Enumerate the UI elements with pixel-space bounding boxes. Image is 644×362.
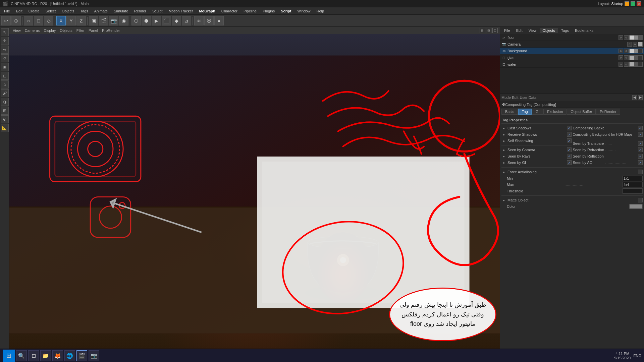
- menu-simulate[interactable]: Simulate: [111, 8, 131, 14]
- tool-rect[interactable]: □: [34, 16, 43, 25]
- seen-reflection-check[interactable]: [638, 154, 643, 159]
- tool-fill[interactable]: ⬛: [162, 16, 171, 25]
- obj-row-camera[interactable]: 📷 Camera ○ ○: [500, 41, 644, 48]
- vp-tab-view[interactable]: View: [11, 28, 22, 33]
- obj-row-background[interactable]: ▭ Background ○ ○: [500, 48, 644, 54]
- obj-row-glas[interactable]: ◻ glas ○ ○: [500, 54, 644, 61]
- tool-tri[interactable]: ⊿: [182, 16, 191, 25]
- prop-tab-perender[interactable]: PeRender: [596, 109, 620, 115]
- obj-row-floor[interactable]: ▱ floor ○ ○: [500, 34, 644, 41]
- obj-tab-tags[interactable]: Tags: [558, 28, 572, 33]
- tool-grid[interactable]: ▣: [89, 16, 98, 25]
- left-tool-paint[interactable]: 🖌: [1, 89, 9, 97]
- taskbar-c4d[interactable]: 🎬: [76, 350, 87, 361]
- self-shadowing-check[interactable]: [567, 138, 572, 143]
- menu-render[interactable]: Render: [131, 8, 149, 14]
- force-aa-check[interactable]: [638, 170, 643, 174]
- obj-render-camera[interactable]: ○: [633, 42, 637, 47]
- receive-shadows-check[interactable]: [567, 132, 572, 137]
- seen-refraction-check[interactable]: [638, 147, 643, 152]
- viewport-area[interactable]: طبق آموزش تا اینجا پیش رفتم ولی وقتی تیک…: [9, 34, 500, 355]
- tool-add[interactable]: ⊕: [11, 16, 21, 25]
- props-nav-fwd[interactable]: ▶: [638, 95, 643, 100]
- props-nav-back[interactable]: ◀: [632, 95, 637, 100]
- tool-wave[interactable]: ≋: [194, 16, 204, 25]
- comp-bg-check[interactable]: [638, 126, 643, 130]
- menu-edit[interactable]: Edit: [13, 8, 25, 14]
- menu-sculpt[interactable]: Sculpt: [150, 8, 165, 14]
- seen-rays-check[interactable]: [567, 154, 572, 159]
- tool-render-region[interactable]: 🎬: [99, 16, 108, 25]
- obj-render-background[interactable]: ○: [624, 49, 629, 53]
- tool-poly2[interactable]: ⬢: [142, 16, 151, 25]
- tool-move[interactable]: ◇: [44, 16, 53, 25]
- tool-y[interactable]: Y: [66, 16, 76, 25]
- comp-bg-hdr-check[interactable]: [638, 132, 643, 137]
- obj-tab-edit[interactable]: Edit: [514, 28, 525, 33]
- obj-tab-bookmarks[interactable]: Bookmarks: [572, 28, 596, 33]
- obj-visibility-water[interactable]: ○: [619, 62, 623, 67]
- menu-window[interactable]: Window: [294, 8, 313, 14]
- max-input[interactable]: [623, 182, 643, 187]
- left-tool-scale[interactable]: ⇔: [1, 46, 9, 54]
- minimize-button[interactable]: ─: [625, 1, 629, 6]
- vp-tab-display[interactable]: Display: [42, 28, 57, 33]
- left-tool-magnet[interactable]: ☯: [1, 115, 9, 123]
- obj-visibility-floor[interactable]: ○: [619, 35, 623, 40]
- tool-x[interactable]: X: [56, 16, 66, 25]
- close-button[interactable]: ✕: [637, 1, 641, 6]
- vp-tab-panel[interactable]: Panel: [87, 28, 99, 33]
- menu-file[interactable]: File: [1, 8, 13, 14]
- obj-visibility-background[interactable]: ○: [619, 49, 623, 53]
- vp-corner-btn-3[interactable]: ⊡: [492, 28, 498, 33]
- left-tool-select[interactable]: ↖: [1, 28, 9, 36]
- menu-character[interactable]: Character: [219, 8, 240, 14]
- left-tool-move[interactable]: ✛: [1, 37, 9, 45]
- seen-transp-check[interactable]: [638, 141, 643, 146]
- left-tool-sculpt[interactable]: ◑: [1, 98, 9, 106]
- prop-tab-tag[interactable]: Tag: [518, 109, 532, 115]
- taskbar-extra[interactable]: 📷: [89, 350, 99, 361]
- left-tool-obj[interactable]: ◻: [1, 72, 9, 80]
- prop-tab-basic[interactable]: Basic: [501, 109, 518, 115]
- menu-create[interactable]: Create: [26, 8, 42, 14]
- menu-pipeline[interactable]: Pipeline: [241, 8, 259, 14]
- vp-corner-btn-1[interactable]: ⊞: [480, 28, 485, 33]
- vp-tab-filter[interactable]: Filter: [75, 28, 86, 33]
- menu-tags[interactable]: Tags: [78, 8, 91, 14]
- vp-tab-prorender[interactable]: ProRender: [101, 28, 121, 33]
- menu-help[interactable]: Help: [314, 8, 327, 14]
- left-tool-deform[interactable]: ⌂: [1, 80, 9, 88]
- vp-tab-objects[interactable]: Objects: [58, 28, 73, 33]
- prop-tab-objectbuffer[interactable]: Object Buffer: [567, 109, 596, 115]
- taskbar-firefox[interactable]: 🦊: [52, 350, 63, 361]
- taskbar-taskview[interactable]: ⊡: [28, 350, 39, 361]
- tool-poly1[interactable]: ⬡: [131, 16, 141, 25]
- left-tool-rotate[interactable]: ↻: [1, 54, 9, 62]
- obj-render-water[interactable]: ○: [624, 62, 629, 67]
- obj-render-glas[interactable]: ○: [624, 55, 629, 60]
- matte-check[interactable]: [638, 198, 643, 202]
- prop-tab-exclusion[interactable]: Exclusion: [543, 109, 567, 115]
- obj-row-water[interactable]: ◻ water ○ ○: [500, 61, 644, 68]
- menu-objects[interactable]: Objects: [59, 8, 77, 14]
- obj-tab-objects[interactable]: Objects: [540, 28, 557, 33]
- threshold-input[interactable]: [623, 188, 643, 194]
- vp-tab-cameras[interactable]: Cameras: [23, 28, 41, 33]
- maximize-button[interactable]: □: [631, 1, 635, 6]
- cast-shadows-check[interactable]: [567, 126, 572, 130]
- seen-ao-check[interactable]: [638, 160, 643, 165]
- taskbar-search[interactable]: 🔍: [16, 350, 27, 361]
- min-input[interactable]: [623, 176, 643, 181]
- tool-circle[interactable]: ○: [24, 16, 33, 25]
- props-userdata-tab[interactable]: User Data: [520, 96, 537, 100]
- menu-animate[interactable]: Animate: [92, 8, 110, 14]
- menu-select[interactable]: Select: [43, 8, 59, 14]
- obj-visibility-glas[interactable]: ○: [619, 55, 623, 60]
- tool-target[interactable]: ⦿: [204, 16, 214, 25]
- taskbar-explorer[interactable]: 📁: [40, 350, 51, 361]
- tool-z[interactable]: Z: [76, 16, 86, 25]
- tool-dot[interactable]: ●: [214, 16, 224, 25]
- obj-visibility-camera[interactable]: ○: [627, 42, 632, 47]
- tool-diamond[interactable]: ◆: [172, 16, 181, 25]
